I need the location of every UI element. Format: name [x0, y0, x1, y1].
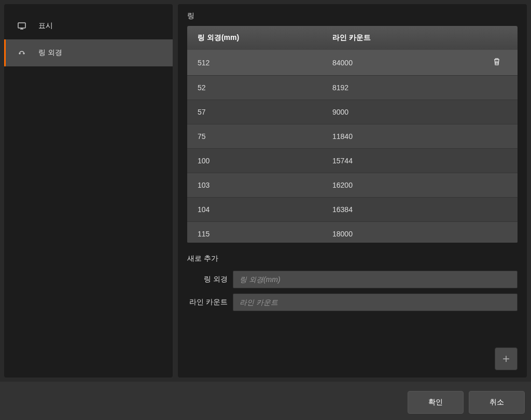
- add-section: 새로 추가 링 외경 라인 카운트: [187, 254, 518, 316]
- cell-count: 16384: [332, 205, 486, 214]
- table-header: 링 외경(mm) 라인 카운트: [187, 26, 518, 50]
- table-row[interactable]: 100 15744: [187, 149, 518, 173]
- diameter-label: 링 외경: [187, 275, 233, 284]
- cell-diameter: 57: [198, 108, 332, 116]
- header-diameter: 링 외경(mm): [198, 33, 332, 43]
- count-input[interactable]: [233, 293, 518, 311]
- sidebar-item-label: 표시: [38, 21, 53, 31]
- cell-diameter: 104: [198, 205, 332, 214]
- cell-diameter: 52: [198, 83, 332, 92]
- cancel-button[interactable]: 취소: [469, 391, 525, 414]
- table-row[interactable]: 104 16384: [187, 198, 518, 222]
- table-row[interactable]: 512 84000: [187, 50, 518, 76]
- form-row-diameter: 링 외경: [187, 271, 518, 288]
- add-button-row: +: [187, 316, 518, 370]
- table-row[interactable]: 57 9000: [187, 100, 518, 124]
- svg-point-1: [19, 53, 20, 54]
- table-body[interactable]: 512 84000 52 8192: [187, 50, 518, 243]
- add-section-title: 새로 추가: [187, 254, 518, 263]
- cell-diameter: 103: [198, 181, 332, 189]
- diameter-input[interactable]: [233, 271, 518, 288]
- content-panel: 링 링 외경(mm) 라인 카운트 512 84000: [178, 4, 527, 377]
- header-action: [486, 33, 507, 43]
- svg-point-2: [23, 53, 24, 54]
- table-row[interactable]: 103 16200: [187, 173, 518, 198]
- cell-count: 11840: [332, 132, 486, 141]
- sidebar-item-display[interactable]: 표시: [4, 12, 173, 39]
- ring-table: 링 외경(mm) 라인 카운트 512 84000: [187, 26, 518, 243]
- plus-icon: +: [502, 352, 510, 366]
- cell-count: 84000: [332, 59, 486, 67]
- cell-count: 18000: [332, 230, 486, 238]
- cell-diameter: 75: [198, 132, 332, 141]
- add-button[interactable]: +: [495, 347, 518, 370]
- ring-icon: [17, 48, 27, 58]
- trash-icon[interactable]: [493, 59, 501, 67]
- cell-diameter: 512: [198, 59, 332, 67]
- sidebar-item-label: 링 외경: [38, 48, 62, 58]
- count-label: 라인 카운트: [187, 298, 233, 307]
- section-title: 링: [187, 11, 518, 21]
- ok-button[interactable]: 확인: [408, 391, 464, 414]
- display-icon: [17, 21, 27, 31]
- header-count: 라인 카운트: [332, 33, 486, 43]
- table-row[interactable]: 115 18000: [187, 222, 518, 243]
- table-row[interactable]: 75 11840: [187, 124, 518, 149]
- cell-count: 9000: [332, 108, 486, 116]
- form-row-count: 라인 카운트: [187, 293, 518, 311]
- cell-diameter: 115: [198, 230, 332, 238]
- cell-count: 16200: [332, 181, 486, 189]
- cell-diameter: 100: [198, 157, 332, 165]
- sidebar: 표시 링 외경: [4, 4, 173, 377]
- cell-count: 8192: [332, 83, 486, 92]
- sidebar-item-ring-diameter[interactable]: 링 외경: [4, 39, 173, 66]
- footer: 확인 취소: [0, 382, 531, 420]
- svg-rect-0: [18, 23, 25, 28]
- table-row[interactable]: 52 8192: [187, 76, 518, 100]
- cell-count: 15744: [332, 157, 486, 165]
